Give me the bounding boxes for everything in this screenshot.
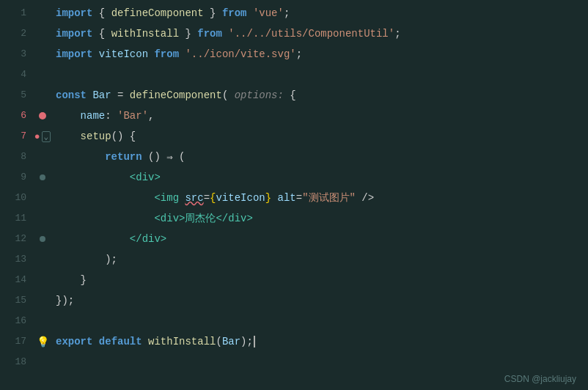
- token: [142, 336, 148, 347]
- token: options:: [235, 89, 284, 101]
- token: {: [92, 7, 111, 19]
- token: (: [216, 336, 221, 347]
- breakpoint-dot-6[interactable]: [39, 112, 46, 119]
- line-num-4: 4: [6, 65, 26, 85]
- token: [179, 192, 185, 204]
- fold-dot-9: [40, 174, 45, 180]
- gutter-row-6: [32, 106, 53, 126]
- line-num-7: 7: [6, 126, 26, 147]
- gutter-row-12: [32, 229, 53, 249]
- token: </div>: [216, 213, 252, 224]
- fold-dot-12: [40, 236, 45, 242]
- line-num-6: 6: [6, 106, 26, 126]
- code-lines: import { defineComponent } from 'vue'; i…: [53, 3, 588, 390]
- lightbulb-icon[interactable]: 💡: [37, 336, 49, 348]
- gutter-row-2: [32, 23, 53, 44]
- token: [92, 48, 98, 60]
- code-line-3: import viteIcon from '../icon/vite.svg';: [53, 44, 588, 65]
- gutter-row-11: [32, 208, 53, 229]
- gutter-row-8: [32, 147, 53, 167]
- token: alt: [278, 192, 296, 204]
- token: defineComponent: [111, 7, 204, 19]
- token: =: [111, 89, 130, 101]
- token: [56, 172, 130, 183]
- line-numbers: 1 2 3 4 5 6 7 8 9 10 11 12 13 14 15 16 1…: [0, 3, 32, 390]
- token: [271, 192, 277, 204]
- token: }: [179, 28, 197, 40]
- code-line-10: <img src={viteIcon} alt="测试图片" />: [53, 188, 588, 208]
- token: const: [56, 89, 87, 101]
- code-line-9: <div>: [53, 167, 588, 188]
- line-num-16: 16: [6, 311, 26, 331]
- token: {: [284, 89, 296, 101]
- token: );: [240, 336, 253, 347]
- token: =: [296, 192, 302, 204]
- token: =: [204, 192, 210, 204]
- token: () {: [111, 130, 136, 142]
- code-editor: 1 2 3 4 5 6 7 8 9 10 11 12 13 14 15 16 1…: [0, 0, 588, 390]
- token: ⇒: [166, 151, 172, 163]
- gutter-row-15: [32, 290, 53, 311]
- line-num-10: 10: [6, 188, 26, 208]
- token: {: [210, 192, 216, 204]
- code-line-15: });: [53, 290, 588, 311]
- token: [56, 130, 81, 142]
- code-content: 1 2 3 4 5 6 7 8 9 10 11 12 13 14 15 16 1…: [0, 0, 588, 390]
- token: (): [142, 151, 167, 163]
- token: <div>: [130, 172, 161, 183]
- gutter-row-4: [32, 65, 53, 85]
- line-num-2: 2: [6, 23, 26, 44]
- line-num-5: 5: [6, 85, 26, 106]
- gutter-row-5: [32, 85, 53, 106]
- token: withInstall: [111, 28, 179, 40]
- line-num-15: 15: [6, 290, 26, 311]
- line-num-1: 1: [6, 3, 26, 23]
- token: (: [173, 151, 185, 163]
- token: [179, 48, 185, 60]
- token: [247, 7, 253, 19]
- code-line-17: export default withInstall(Bar);: [53, 331, 588, 352]
- token: import: [56, 28, 92, 40]
- gutter-row-17: 💡: [32, 331, 53, 352]
- token: {: [92, 28, 111, 40]
- token: import: [56, 48, 92, 60]
- line-num-9: 9: [6, 167, 26, 188]
- gutter-row-10: [32, 188, 53, 208]
- gutter-row-13: [32, 249, 53, 270]
- token: Bar: [222, 336, 240, 347]
- token: [56, 151, 105, 163]
- token: export: [56, 336, 92, 347]
- token: [56, 110, 81, 122]
- token: });: [56, 295, 74, 306]
- line-num-12: 12: [6, 229, 26, 249]
- token: from: [197, 28, 222, 40]
- token: '../icon/vite.svg': [185, 48, 295, 60]
- line-num-14: 14: [6, 270, 26, 290]
- token: (: [222, 89, 235, 101]
- token: '../../utils/ComponentUtil': [228, 28, 394, 40]
- gutter-row-7: ● ⌄: [32, 126, 53, 147]
- code-line-2: import { withInstall } from '../../utils…: [53, 23, 588, 44]
- line-num-3: 3: [6, 44, 26, 65]
- token: ,: [148, 110, 154, 122]
- token: 周杰伦: [185, 212, 216, 225]
- code-line-11: <div>周杰伦</div>: [53, 208, 588, 229]
- code-line-6: name: 'Bar',: [53, 106, 588, 126]
- token: }: [56, 274, 87, 286]
- line-num-17: 17: [6, 331, 26, 352]
- code-line-14: }: [53, 270, 588, 290]
- token: 'vue': [253, 7, 284, 19]
- code-line-4: [53, 65, 588, 85]
- token: <div>: [154, 213, 185, 224]
- code-line-7: setup() {: [53, 126, 588, 147]
- token: [148, 48, 154, 60]
- gutter-row-14: [32, 270, 53, 290]
- token: 'Bar': [117, 110, 148, 122]
- token: import: [56, 7, 92, 19]
- token: src: [185, 192, 203, 204]
- token: from: [222, 7, 247, 19]
- token: <img: [154, 192, 179, 204]
- code-line-13: );: [53, 249, 588, 270]
- fold-icon-7[interactable]: ⌄: [42, 131, 51, 142]
- token: [56, 213, 154, 224]
